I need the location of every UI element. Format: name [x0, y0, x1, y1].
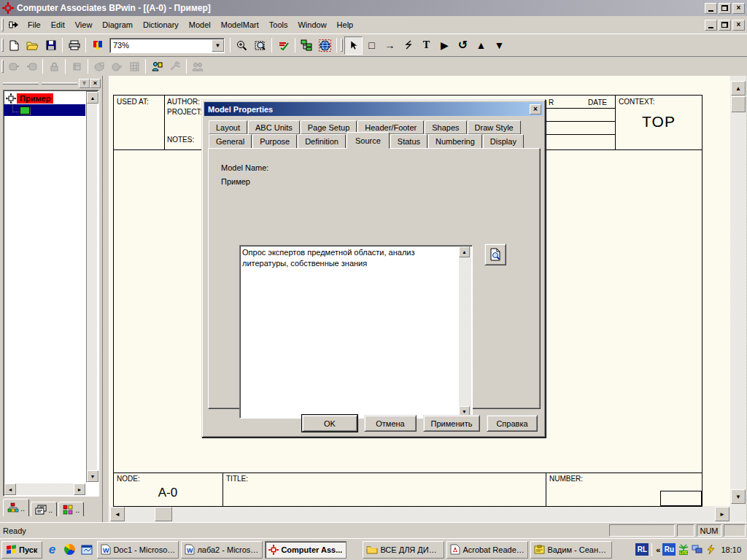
print-button[interactable]	[65, 36, 83, 55]
tab-activities[interactable]: ..	[3, 499, 29, 516]
tab-abc-units[interactable]: ABC Units	[248, 120, 300, 134]
lite-tray-icon[interactable]: LITE	[677, 543, 689, 556]
app-window-icon[interactable]	[79, 542, 95, 558]
model-explorer-icon[interactable]	[298, 36, 316, 55]
toolbar-gripper[interactable]	[1, 39, 4, 52]
go-down-tool[interactable]: ▼	[490, 36, 508, 55]
tab-shapes[interactable]: Shapes	[425, 120, 466, 134]
menu-dictionary[interactable]: Dictionary	[138, 18, 184, 31]
mdi-restore-button[interactable]	[719, 20, 731, 31]
scroll-right-icon[interactable]: ►	[74, 483, 85, 495]
menu-model[interactable]: Model	[184, 18, 216, 31]
mdi-close-button[interactable]: ×	[732, 20, 745, 31]
tab-definition[interactable]: Definition	[298, 134, 346, 149]
help-button[interactable]: Справка	[487, 415, 538, 432]
restore-button[interactable]	[719, 3, 731, 14]
diagram-play-tool[interactable]: ▶	[436, 36, 454, 55]
save-button[interactable]	[42, 36, 60, 55]
menu-window[interactable]: Window	[293, 18, 331, 31]
clock[interactable]: 18:10	[721, 545, 741, 554]
menu-tools[interactable]: Tools	[264, 18, 293, 31]
explorer-hscrollbar[interactable]: ◄ ►	[4, 483, 85, 495]
tray-chevron-icon[interactable]: «	[656, 545, 660, 554]
squiggle-arrow-tool[interactable]	[399, 36, 417, 55]
canvas-hscroll-thumb[interactable]	[155, 507, 172, 521]
task-word-laba2[interactable]: W лаба2 - Microso...	[181, 541, 263, 559]
text-tool[interactable]: T	[417, 36, 436, 55]
start-button[interactable]: Пуск	[1, 541, 42, 559]
explorer-close-icon[interactable]: ×	[90, 79, 101, 88]
rotate-tool[interactable]: ↺	[454, 36, 472, 55]
zoom-in-icon[interactable]	[233, 36, 251, 55]
modelmart-globe-icon[interactable]	[316, 36, 334, 55]
zoom-combobox[interactable]: 73% ▼	[109, 38, 225, 53]
canvas-scroll-down-icon[interactable]: ▼	[731, 489, 746, 504]
tab-diagrams[interactable]: ..	[31, 502, 57, 516]
open-file-button[interactable]	[23, 36, 42, 55]
tree-root-item[interactable]: Пример	[4, 92, 98, 104]
apply-button[interactable]: Применить	[423, 415, 480, 432]
preview-button[interactable]	[484, 244, 506, 265]
language-indicator[interactable]: RL	[635, 543, 649, 556]
arrow-tool[interactable]: →	[381, 36, 399, 55]
go-up-tool[interactable]: ▲	[472, 36, 490, 55]
explorer-dropdown-icon[interactable]: ▼	[79, 79, 90, 88]
menu-view[interactable]: View	[70, 18, 98, 31]
task-word-doc1[interactable]: W Doc1 - Microsoft...	[97, 541, 179, 559]
tree-root-label[interactable]: Пример	[17, 93, 53, 104]
tab-display[interactable]: Display	[483, 134, 524, 149]
source-scrollbar[interactable]: ▲ ▼	[459, 246, 471, 417]
child-window-icon[interactable]	[8, 20, 20, 30]
source-text[interactable]: Опрос экспертов предметной области, анал…	[242, 247, 457, 269]
scroll-up-icon[interactable]: ▲	[87, 92, 98, 104]
mdi-minimize-button[interactable]	[705, 20, 717, 31]
scroll-left-icon[interactable]: ◄	[4, 483, 16, 495]
task-folder[interactable]: ВСЕ ДЛЯ ДИПЛ...	[363, 541, 444, 559]
panel-splitter[interactable]	[102, 76, 109, 522]
tab-status[interactable]: Status	[390, 134, 427, 149]
canvas-hscrollbar[interactable]: ◄ ►	[109, 506, 730, 522]
task-bpwin[interactable]: Computer Ass...	[265, 541, 347, 559]
menu-help[interactable]: Help	[332, 18, 359, 31]
source-textarea[interactable]: Опрос экспертов предметной области, анал…	[239, 245, 473, 419]
task-messenger[interactable]: Вадим - Сеанс с...	[530, 541, 612, 559]
user-properties-icon[interactable]	[148, 58, 166, 76]
zoom-dropdown-arrow[interactable]: ▼	[212, 39, 224, 52]
menubar-gripper[interactable]	[1, 18, 4, 31]
canvas-vscrollbar[interactable]: ▲ ▼	[730, 76, 746, 522]
tab-general[interactable]: General	[209, 134, 252, 149]
explorer-vscrollbar[interactable]: ▲ ▼	[86, 91, 98, 483]
close-button[interactable]: ×	[732, 3, 745, 14]
canvas-scroll-left-icon[interactable]: ◄	[110, 507, 125, 521]
source-scroll-up-icon[interactable]: ▲	[459, 246, 470, 257]
dialog-close-icon[interactable]: ×	[530, 104, 541, 114]
spell-check-icon[interactable]	[274, 36, 293, 55]
task-acrobat[interactable]: Acrobat Reader ...	[446, 541, 528, 559]
tab-numbering[interactable]: Numbering	[428, 134, 482, 149]
pointer-tool[interactable]	[344, 36, 363, 55]
activity-box-tool[interactable]: □	[363, 36, 381, 55]
tab-objects[interactable]: ..	[58, 502, 84, 516]
color-palette-button[interactable]	[88, 36, 107, 55]
tab-draw-style[interactable]: Draw Style	[468, 120, 521, 134]
tab-source[interactable]: Source	[347, 132, 390, 149]
ok-button[interactable]: OK	[302, 415, 357, 432]
cancel-button[interactable]: Отмена	[364, 415, 417, 432]
tab-layout[interactable]: Layout	[209, 120, 247, 134]
network-tray-icon[interactable]	[691, 543, 703, 556]
dialog-titlebar[interactable]: Model Properties ×	[204, 102, 543, 116]
keyboard-layout-indicator[interactable]: Ru	[662, 543, 676, 556]
new-file-button[interactable]	[5, 36, 23, 55]
menu-edit[interactable]: Edit	[46, 18, 70, 31]
minimize-button[interactable]	[705, 3, 717, 14]
menu-file[interactable]: File	[23, 18, 46, 31]
canvas-scroll-right-icon[interactable]: ►	[715, 507, 729, 521]
ie-icon[interactable]: e	[44, 542, 60, 558]
media-player-icon[interactable]	[61, 542, 77, 558]
canvas-vscroll-thumb[interactable]	[731, 96, 746, 112]
canvas-scroll-up-icon[interactable]: ▲	[731, 81, 746, 96]
menu-diagram[interactable]: Diagram	[97, 18, 138, 31]
tab-purpose[interactable]: Purpose	[252, 134, 297, 149]
menu-modelmart[interactable]: ModelMart	[216, 18, 264, 31]
lightning-tray-icon[interactable]	[705, 543, 717, 556]
